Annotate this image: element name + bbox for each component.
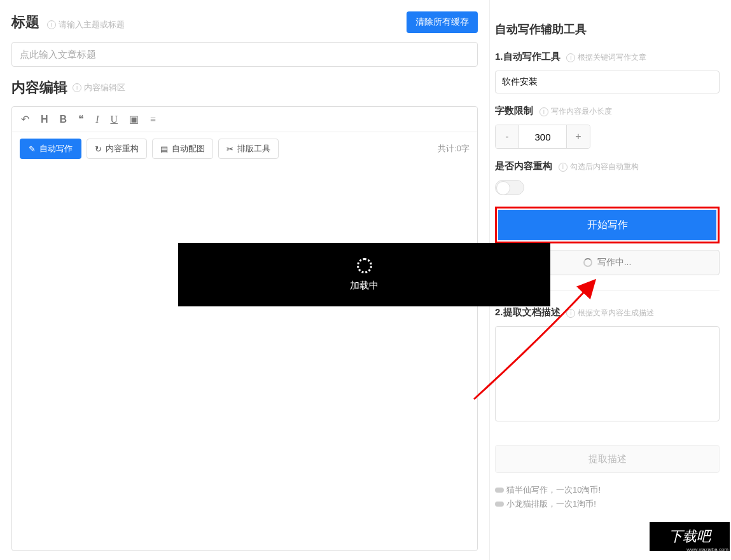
spinner-icon [583,258,592,267]
auto-image-button[interactable]: ▤自动配图 [152,139,213,159]
quote-icon[interactable]: ❝ [78,113,84,125]
title-hint: i请输入主题或标题 [47,19,125,31]
footer-notes: 猫半仙写作，一次10淘币! 小龙猫排版，一次1淘币! [495,484,720,510]
stepper-plus-button[interactable]: + [567,125,590,148]
cloud-icon [495,488,504,493]
word-count: 共计:0字 [438,143,470,154]
info-icon: i [566,309,575,318]
title-heading: 标题 [11,14,39,30]
stepper-minus-button[interactable]: - [496,125,519,148]
note2: 小龙猫排版，一次1淘币! [506,499,596,509]
assist-panel-title: 自动写作辅助工具 [495,22,720,37]
restructure-toggle-hint: i勾选后内容自动重构 [559,162,639,171]
start-highlight-box: 开始写作 [495,207,720,243]
underline-icon[interactable]: U [110,114,118,125]
editor: ↶ H B ❝ I U ▣ ≡ ✎自动写作 ↻内容重构 ▤自动配图 ✂排版工具 … [11,106,478,551]
word-limit-input[interactable] [519,125,567,148]
info-icon: i [73,83,81,92]
layout-tool-button[interactable]: ✂排版工具 [218,139,279,159]
description-textarea[interactable] [495,326,720,421]
auto-write-button[interactable]: ✎自动写作 [20,139,81,159]
heading-icon[interactable]: H [41,114,48,125]
pencil-icon: ✎ [29,144,36,154]
note1: 猫半仙写作，一次10淘币! [506,485,601,495]
article-title-input[interactable] [11,42,478,67]
italic-icon[interactable]: I [95,114,99,125]
editor-toolbar-format: ↶ H B ❝ I U ▣ ≡ [12,107,477,132]
section2-hint: i根据文章内容生成描述 [566,308,654,317]
start-writing-button[interactable]: 开始写作 [498,210,716,240]
tool-icon: ✂ [226,144,233,154]
loading-text: 加载中 [350,280,379,292]
restructure-button[interactable]: ↻内容重构 [87,139,147,159]
limit-hint: i写作内容最小长度 [540,107,612,116]
info-icon: i [559,163,567,172]
bold-icon[interactable]: B [60,114,67,125]
undo-icon[interactable]: ↶ [21,113,29,125]
image-icon[interactable]: ▣ [129,113,139,125]
clear-cache-button[interactable]: 清除所有缓存 [407,11,478,33]
keyword-input[interactable] [495,71,720,93]
info-icon: i [47,20,56,29]
restructure-toggle-label: 是否内容重构 [495,160,552,171]
watermark-logo: 下载吧 www.xiazaiba.com [648,521,731,552]
loading-overlay: 加载中 [178,243,550,306]
spinner-icon [357,258,372,273]
word-limit-stepper: - + [495,125,590,149]
align-icon[interactable]: ≡ [150,114,156,125]
info-icon: i [540,107,548,116]
content-heading: 内容编辑 [11,78,67,97]
section2-label: 2.提取文档描述 [495,306,560,317]
limit-label: 字数限制 [495,105,533,116]
editor-toolbar-actions: ✎自动写作 ↻内容重构 ▤自动配图 ✂排版工具 共计:0字 [12,132,477,165]
editor-content-area[interactable] [12,165,477,547]
refresh-icon: ↻ [95,144,102,154]
cloud-icon [495,502,504,507]
picture-icon: ▤ [160,144,168,154]
extract-description-button[interactable]: 提取描述 [495,445,720,473]
restructure-toggle[interactable] [495,180,524,195]
content-hint: i内容编辑区 [73,82,125,93]
section1-hint: i根据关键词写作文章 [566,53,646,62]
info-icon: i [566,53,575,62]
section1-label: 1.自动写作工具 [495,51,560,62]
